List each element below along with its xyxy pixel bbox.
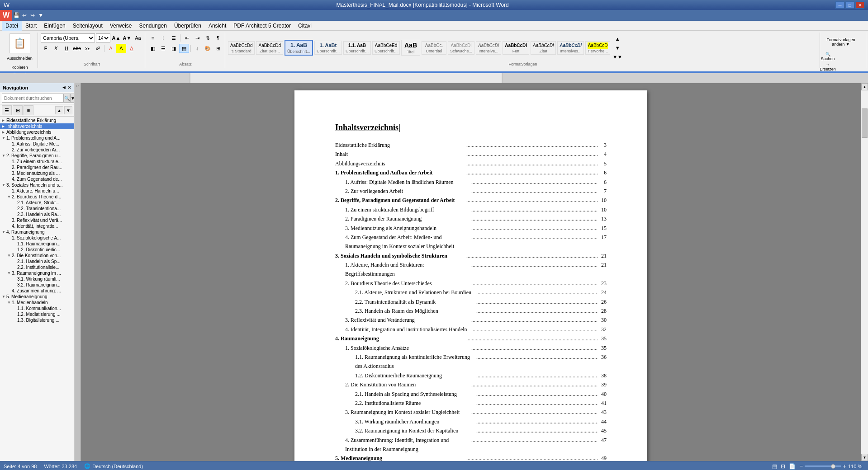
nav-tree-item[interactable]: 2. Zur vorliegenden Ar... bbox=[0, 147, 74, 153]
nav-search-input[interactable] bbox=[2, 94, 64, 103]
nav-tree-item[interactable]: ▼2. Die Konstitution von... bbox=[0, 253, 74, 258]
view-reading-button[interactable]: ⊡ bbox=[781, 463, 785, 470]
align-center-button[interactable]: ☰ bbox=[158, 44, 168, 53]
nav-tree-item[interactable]: ▼2. Bourdieus Theorie d... bbox=[0, 194, 74, 200]
style-fett[interactable]: AaBbCcDi Fett bbox=[503, 41, 529, 55]
style-zitat2[interactable]: AaBbCcDi Zitat bbox=[531, 41, 556, 55]
language-info[interactable]: Deutsch (Deutschland) bbox=[92, 464, 143, 469]
menu-ansicht[interactable]: Ansicht bbox=[205, 21, 230, 31]
nav-view-headings[interactable]: ☰ bbox=[2, 105, 12, 115]
nav-tree-item[interactable]: 1. Sozialökologische A... bbox=[0, 235, 74, 241]
maximize-button[interactable]: □ bbox=[845, 1, 854, 9]
style-untertitel[interactable]: AaBbCc. Untertitel bbox=[422, 41, 446, 55]
nav-tree-item[interactable]: ▼4. Raumaneignung bbox=[0, 229, 74, 235]
style-standard[interactable]: AaBbCcDd ¶ Standard bbox=[228, 41, 255, 55]
style-uberschrift2[interactable]: 1. AaBt Überschrift... bbox=[314, 41, 342, 55]
style-zitat[interactable]: AaBbCcDd Zitat Beis... bbox=[256, 41, 283, 55]
nav-collapse-icon[interactable]: ◄ bbox=[62, 85, 66, 90]
view-layout-button[interactable]: 📄 bbox=[789, 463, 796, 470]
nav-tree-item[interactable]: 2. Paradigmen der Rau... bbox=[0, 164, 74, 170]
superscript-button[interactable]: x² bbox=[93, 44, 103, 53]
nav-tree-item[interactable]: ▶Inhaltsverzeichnis bbox=[0, 123, 74, 129]
numbering-button[interactable]: ⁝ bbox=[158, 33, 168, 42]
copy-button[interactable]: Kopieren bbox=[15, 63, 25, 71]
bold-button[interactable]: F bbox=[41, 44, 51, 53]
view-normal-button[interactable]: ▤ bbox=[772, 463, 777, 470]
zoom-in-button[interactable]: + bbox=[843, 463, 846, 470]
right-scrollbar[interactable]: ▲ ▼ bbox=[861, 83, 868, 461]
nav-tree-item[interactable]: 1. Aufriss: Digitale Me... bbox=[0, 141, 74, 147]
menu-einfuegen[interactable]: Einfügen bbox=[40, 21, 69, 31]
search-button[interactable]: 🔍 Suchen bbox=[823, 52, 833, 61]
nav-tree-item[interactable]: 1.3. Digitalisierung ... bbox=[0, 317, 74, 323]
nav-tree-item[interactable]: 2.1. Handeln als Sp... bbox=[0, 258, 74, 264]
document-area[interactable]: Inhaltsverzeichnis Eidesstattliche Erklä… bbox=[81, 83, 861, 461]
font-color-button[interactable]: A bbox=[127, 44, 137, 53]
font-grow-button[interactable]: A▲ bbox=[111, 33, 121, 42]
qa-redo[interactable]: ↪ bbox=[28, 11, 37, 19]
nav-tree-item[interactable]: 2.1. Akteure, Strukt... bbox=[0, 200, 74, 206]
nav-view-pages[interactable]: ⊞ bbox=[13, 105, 23, 115]
styles-expand[interactable]: ▼▼ bbox=[612, 52, 622, 61]
nav-tree-item[interactable]: 1.2. Mediatisierung ... bbox=[0, 311, 74, 317]
nav-tree-item[interactable]: 4. Zusammenführung: ... bbox=[0, 288, 74, 294]
nav-tree-item[interactable]: 2.2. Transintentiona... bbox=[0, 206, 74, 212]
scroll-up-button[interactable]: ▲ bbox=[861, 83, 868, 90]
menu-citavi[interactable]: Citavi bbox=[294, 21, 315, 31]
style-uberschrift3[interactable]: 1.1. AaB Überschrift... bbox=[343, 41, 371, 55]
sort-button[interactable]: ⇅ bbox=[203, 33, 213, 42]
styles-scroll-down[interactable]: ▼ bbox=[612, 43, 622, 52]
multilevel-button[interactable]: ☰ bbox=[169, 33, 179, 42]
nav-tree-item[interactable]: ▼1. Problemstellung und A... bbox=[0, 135, 74, 141]
style-uberschrift1[interactable]: 1. AaB Überschrift... bbox=[285, 40, 313, 56]
nav-tree-item[interactable]: 2.2. Institutionalisie... bbox=[0, 264, 74, 270]
nav-tree-item[interactable]: ▶Abbildungsverzeichnis bbox=[0, 129, 74, 135]
style-intensive[interactable]: AaBbCcDi Intensive... bbox=[476, 41, 501, 55]
qa-save[interactable]: 💾 bbox=[12, 11, 20, 19]
nav-tree-item[interactable]: 4. Identität, Integratio... bbox=[0, 223, 74, 229]
nav-search-options[interactable]: ▼ bbox=[70, 94, 75, 103]
clear-format-button[interactable]: Aa bbox=[133, 33, 143, 42]
nav-tree-item[interactable]: 3.1. Wirkung räumli... bbox=[0, 276, 74, 282]
close-button[interactable]: ✕ bbox=[855, 1, 864, 9]
menu-datei[interactable]: Datei bbox=[2, 21, 22, 31]
nav-tree-item[interactable]: ▼5. Medienaneignung bbox=[0, 294, 74, 300]
menu-ueberprufen[interactable]: Überprüfen bbox=[171, 21, 205, 31]
font-size-selector[interactable]: 14 bbox=[96, 33, 110, 42]
nav-tree-item[interactable]: 3. Mediennutzung als ... bbox=[0, 170, 74, 176]
line-spacing-button[interactable]: ↕ bbox=[192, 44, 202, 53]
zoom-level[interactable]: 110 % bbox=[848, 464, 864, 469]
show-marks-button[interactable]: ¶ bbox=[213, 33, 223, 42]
minimize-button[interactable]: ─ bbox=[835, 1, 844, 9]
qa-undo[interactable]: ↩ bbox=[20, 11, 28, 19]
nav-collapse-all[interactable]: ▼ bbox=[64, 106, 72, 114]
nav-tree-item[interactable]: 1. Zu einem strukturale... bbox=[0, 159, 74, 164]
zoom-out-button[interactable]: − bbox=[799, 463, 803, 470]
nav-tree-item[interactable]: 3. Reflexivität und Verä... bbox=[0, 217, 74, 223]
nav-view-results[interactable]: ≡ bbox=[24, 105, 33, 115]
nav-close-icon[interactable]: ✕ bbox=[67, 85, 71, 90]
increase-indent-button[interactable]: ⇥ bbox=[192, 33, 202, 42]
menu-seitenlayout[interactable]: Seitenlayout bbox=[69, 21, 106, 31]
border-button[interactable]: ⊞ bbox=[213, 44, 223, 53]
nav-expand-all[interactable]: ▲ bbox=[55, 106, 63, 114]
style-hervorhe[interactable]: AaBbCcD Hervorhe... bbox=[585, 41, 610, 55]
nav-tree-item[interactable]: 2.3. Handeln als Ra... bbox=[0, 212, 74, 217]
nav-tree-item[interactable]: ▶Eidesstattliche Erklärung bbox=[0, 118, 74, 123]
nav-tree-item[interactable]: 3.2. Raumaneignun... bbox=[0, 282, 74, 288]
zoom-slider[interactable] bbox=[805, 465, 841, 467]
nav-tree-item[interactable]: 1. Akteure, Handeln u... bbox=[0, 188, 74, 194]
underline-button[interactable]: U bbox=[62, 44, 71, 53]
nav-search-button[interactable]: 🔍 bbox=[64, 94, 70, 103]
align-left-button[interactable]: ◧ bbox=[148, 44, 158, 53]
menu-pdf[interactable]: PDF Architect 5 Creator bbox=[230, 21, 294, 31]
highlight-button[interactable]: A bbox=[116, 44, 126, 53]
qa-more[interactable]: ▼ bbox=[37, 11, 45, 19]
nav-tree-item[interactable]: 1.1. Kommunikation... bbox=[0, 306, 74, 311]
menu-start[interactable]: Start bbox=[22, 21, 40, 31]
style-uberschrift4[interactable]: AaBbCeEd Überschrift... bbox=[372, 41, 400, 55]
paste-button[interactable]: 📋 bbox=[9, 33, 30, 53]
style-schwache[interactable]: AaBbCcDi Schwache... bbox=[448, 41, 474, 55]
menu-sendungen[interactable]: Sendungen bbox=[135, 21, 170, 31]
nav-tree-item[interactable]: ▼1. Medienhandeln bbox=[0, 300, 74, 306]
